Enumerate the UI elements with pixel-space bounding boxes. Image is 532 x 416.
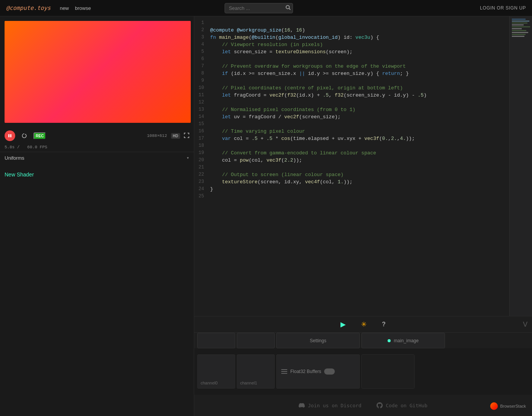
code-editor[interactable]: 1 2 @compute @workgroup_size(16, 16) 3 f… bbox=[194, 16, 532, 316]
code-line-24: 24 } bbox=[194, 186, 532, 193]
tab-2[interactable] bbox=[237, 333, 275, 348]
float32-label: Float32 Buffers bbox=[290, 369, 321, 374]
right-panel: 1 2 @compute @workgroup_size(16, 16) 3 f… bbox=[194, 16, 532, 416]
svg-point-0 bbox=[286, 5, 290, 9]
time-display: 5.8s / bbox=[5, 145, 20, 149]
code-line-20: 20 col = pow(col, vec3f(2.2)); bbox=[194, 157, 532, 164]
code-line-16: 16 // Time varying pixel colour bbox=[194, 128, 532, 135]
discord-label: Join us on Discord bbox=[308, 403, 361, 408]
code-line-14: 14 let uv = fragCoord / vec2f(screen_siz… bbox=[194, 113, 532, 121]
code-line-22: 22 // Output to screen (linear colour sp… bbox=[194, 171, 532, 178]
controls-bar: REC 1088×612 HD bbox=[0, 127, 194, 144]
code-line-10: 10 // Pixel coordinates (centre of pixel… bbox=[194, 84, 532, 92]
active-indicator bbox=[388, 339, 391, 342]
nav-new[interactable]: new bbox=[60, 5, 69, 11]
restart-button[interactable] bbox=[19, 130, 30, 141]
code-line-12: 12 bbox=[194, 99, 532, 106]
search-button[interactable] bbox=[285, 5, 291, 11]
svg-line-1 bbox=[289, 8, 291, 10]
preview-container bbox=[5, 21, 191, 123]
uniforms-row[interactable]: Uniforms ▾ bbox=[0, 152, 194, 164]
code-line-25: 25 bbox=[194, 193, 532, 200]
code-line-18: 18 bbox=[194, 142, 532, 149]
editor-footer: ▶ ✳ ? Ⅴ bbox=[194, 316, 532, 332]
new-shader-area: New Shader bbox=[0, 164, 194, 416]
code-line-5: 5 let screen_size = textureDimensions(sc… bbox=[194, 48, 532, 56]
code-line-11: 11 let fragCoord = vec2f(f32(id.x) + .5,… bbox=[194, 92, 532, 99]
svg-rect-5 bbox=[281, 369, 287, 370]
code-line-4: 4 // Viewport resolution (in pixels) bbox=[194, 41, 532, 48]
stats-row: 5.8s / 60.0 FPS bbox=[0, 144, 194, 152]
bottom-tab-bar: channel0 channel1 Float32 Buffers bbox=[197, 354, 529, 389]
svg-marker-4 bbox=[25, 134, 26, 135]
volta-icon: Ⅴ bbox=[523, 320, 527, 329]
code-line-8: 8 if (id.x >= screen_size.x || id.y >= s… bbox=[194, 70, 532, 77]
channel0-tab[interactable]: channel0 bbox=[197, 354, 235, 389]
help-button[interactable]: ? bbox=[382, 321, 386, 328]
resolution-display: 1088×612 bbox=[147, 133, 167, 138]
compile-button[interactable]: ✳ bbox=[361, 320, 367, 329]
uniforms-label: Uniforms bbox=[5, 155, 187, 161]
float32-toggle[interactable] bbox=[324, 368, 335, 375]
hd-button[interactable]: HD bbox=[171, 133, 180, 139]
bottom-section: channel0 channel1 Float32 Buffers bbox=[194, 348, 532, 395]
rec-button[interactable]: REC bbox=[33, 132, 46, 140]
code-line-21: 21 bbox=[194, 164, 532, 171]
code-line-1: 1 bbox=[194, 19, 532, 27]
tab-main-image-label: main_image bbox=[394, 338, 418, 343]
browserstack-label: BrowserStack bbox=[500, 404, 526, 408]
tab-1[interactable] bbox=[197, 333, 235, 348]
code-line-9: 9 bbox=[194, 77, 532, 84]
float32-tab[interactable]: Float32 Buffers bbox=[276, 354, 360, 389]
channel0-label: channel0 bbox=[201, 381, 218, 385]
code-line-6: 6 bbox=[194, 56, 532, 63]
discord-link[interactable]: Join us on Discord bbox=[299, 402, 361, 408]
tab-bar-top: Settings main_image bbox=[194, 332, 532, 348]
fps-display: 60.0 FPS bbox=[27, 145, 48, 149]
code-line-19: 19 // Convert from gamma-encoded to line… bbox=[194, 149, 532, 157]
topnav: @compute.toys new browse LOGIN OR SIGN U… bbox=[0, 0, 532, 16]
play-button[interactable]: ▶ bbox=[340, 320, 346, 329]
svg-rect-3 bbox=[10, 134, 11, 137]
logo: @compute.toys bbox=[6, 5, 51, 11]
nav-browse[interactable]: browse bbox=[75, 5, 91, 11]
main-layout: REC 1088×612 HD 5.8s / 60.0 FPS Uniforms… bbox=[0, 16, 532, 416]
code-line-3: 3 fn main_image(@builtin(global_invocati… bbox=[194, 34, 532, 41]
empty-tab bbox=[361, 354, 415, 389]
browserstack-badge: BrowserStack bbox=[490, 402, 526, 410]
preview-canvas bbox=[5, 21, 191, 123]
auth-links[interactable]: LOGIN OR SIGN UP bbox=[480, 5, 526, 11]
svg-rect-7 bbox=[281, 373, 287, 374]
code-line-17: 17 var col = .5 + .5 * cos(time.elapsed … bbox=[194, 135, 532, 142]
new-shader-link[interactable]: New Shader bbox=[5, 171, 34, 178]
tab-main-image[interactable]: main_image bbox=[361, 333, 445, 348]
pause-button[interactable] bbox=[5, 130, 15, 141]
code-line-23: 23 textureStore(screen, id.xy, vec4f(col… bbox=[194, 178, 532, 186]
left-panel: REC 1088×612 HD 5.8s / 60.0 FPS Uniforms… bbox=[0, 16, 194, 416]
logo-prefix: @compute. bbox=[6, 5, 37, 11]
logo-suffix: toys bbox=[37, 5, 51, 11]
github-link[interactable]: Code on GitHub bbox=[377, 402, 428, 408]
svg-rect-2 bbox=[8, 134, 10, 137]
channel1-tab[interactable]: channel1 bbox=[237, 354, 275, 389]
chevron-down-icon: ▾ bbox=[187, 155, 189, 161]
code-line-15: 15 bbox=[194, 121, 532, 128]
code-line-2: 2 @compute @workgroup_size(16, 16) bbox=[194, 27, 532, 34]
github-label: Code on GitHub bbox=[386, 403, 428, 408]
code-line-13: 13 // Normalised pixel coordinates (from… bbox=[194, 106, 532, 113]
channel1-label: channel1 bbox=[240, 381, 257, 385]
search-container bbox=[225, 3, 293, 13]
minimap bbox=[509, 16, 532, 316]
tab-settings[interactable]: Settings bbox=[276, 333, 360, 348]
svg-rect-6 bbox=[281, 371, 287, 372]
search-input[interactable] bbox=[225, 3, 293, 13]
footer-links: Join us on Discord Code on GitHub bbox=[194, 395, 532, 416]
code-line-7: 7 // Prevent overdraw for workgroups on … bbox=[194, 63, 532, 70]
browserstack-logo bbox=[490, 402, 498, 410]
fullscreen-button[interactable] bbox=[184, 133, 189, 139]
